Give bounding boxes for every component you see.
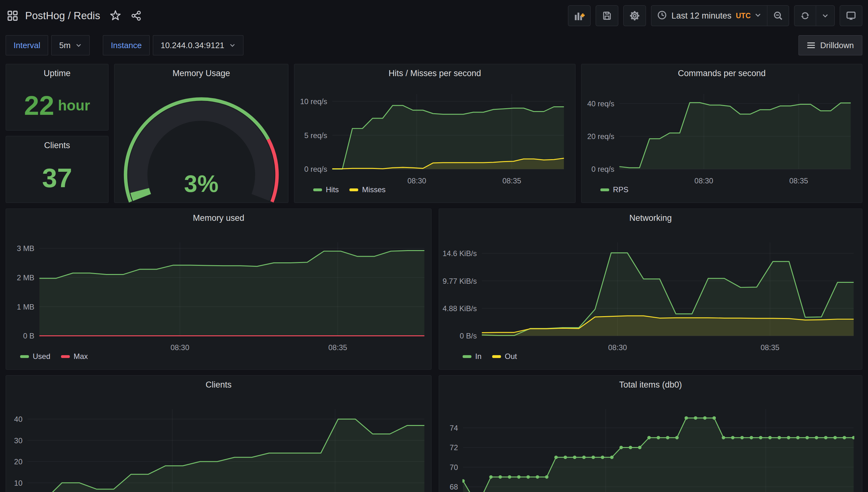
svg-text:20: 20: [14, 458, 23, 466]
svg-text:0 B: 0 B: [23, 331, 34, 340]
instance-variable-label: Instance: [103, 35, 149, 55]
refresh-interval-dropdown[interactable]: [816, 6, 834, 26]
time-range-button[interactable]: Last 12 minutes UTC: [651, 6, 767, 26]
panel-total-items: Total items (db0) 68707274: [439, 375, 862, 492]
panel-title[interactable]: Clients: [6, 141, 108, 150]
panel-title[interactable]: Total items (db0): [439, 380, 862, 390]
refresh-button[interactable]: [794, 6, 816, 26]
svg-text:40 req/s: 40 req/s: [587, 99, 614, 108]
panel-commands-per-second: Commands per second 0 req/s20 req/s40 re…: [581, 64, 862, 203]
svg-text:20 req/s: 20 req/s: [587, 132, 614, 141]
save-dashboard-button[interactable]: [596, 5, 618, 26]
dashboard-settings-button[interactable]: [623, 5, 646, 26]
svg-text:74: 74: [450, 424, 458, 432]
chart-legend: InOut: [463, 352, 517, 361]
legend-item[interactable]: Out: [492, 352, 517, 361]
panel-uptime: Uptime 22 hour: [6, 64, 108, 130]
total-items-chart[interactable]: 68707274: [439, 376, 862, 492]
memory-usage-gauge[interactable]: 3%: [114, 64, 288, 203]
svg-text:0 B/s: 0 B/s: [460, 331, 477, 340]
panel-title[interactable]: Uptime: [6, 69, 108, 78]
legend-label: In: [475, 352, 482, 361]
instance-variable-select[interactable]: 10.244.0.34:9121: [153, 35, 244, 55]
panel-title[interactable]: Hits / Misses per second: [295, 69, 575, 78]
svg-text:40: 40: [14, 415, 23, 423]
uptime-stat: 22 hour: [6, 80, 108, 130]
refresh-group: [794, 5, 835, 26]
memory-used-chart[interactable]: 0 B1 MB2 MB3 MB08:3008:35: [6, 209, 431, 369]
legend-item[interactable]: Used: [20, 352, 50, 361]
svg-text:0 req/s: 0 req/s: [592, 165, 614, 173]
clients-stat: 37: [6, 153, 108, 203]
legend-item[interactable]: Hits: [313, 185, 339, 194]
legend-marker: [313, 189, 322, 191]
time-picker-group: Last 12 minutes UTC: [651, 5, 789, 26]
chevron-down-icon: [755, 11, 761, 20]
share-icon[interactable]: [131, 10, 142, 21]
svg-text:08:30: 08:30: [171, 343, 189, 352]
legend-item[interactable]: In: [463, 352, 482, 361]
add-panel-button[interactable]: [568, 5, 591, 26]
interval-label-text: Interval: [14, 41, 40, 50]
legend-marker: [492, 355, 501, 358]
uptime-value: 22: [24, 92, 54, 119]
breadcrumb[interactable]: PostHog / Redis: [25, 10, 100, 22]
time-range-label: Last 12 minutes: [671, 11, 732, 21]
panel-clients-graph: Clients 10203040: [6, 375, 432, 492]
panel-clients-stat: Clients 37: [6, 136, 108, 203]
panel-title[interactable]: Clients: [6, 380, 431, 390]
svg-text:9.77 KiB/s: 9.77 KiB/s: [442, 277, 477, 285]
panel-hits-misses: Hits / Misses per second 0 req/s5 req/s1…: [294, 64, 576, 203]
svg-text:10: 10: [14, 479, 23, 487]
svg-text:08:35: 08:35: [503, 176, 521, 185]
legend-label: Out: [505, 352, 517, 361]
svg-text:72: 72: [450, 443, 458, 452]
favorite-star-icon[interactable]: [109, 10, 121, 22]
kiosk-mode-button[interactable]: [840, 5, 862, 26]
panel-title[interactable]: Memory Usage: [114, 69, 288, 78]
toolbar: Last 12 minutes UTC: [568, 5, 862, 26]
svg-text:0 req/s: 0 req/s: [304, 165, 327, 173]
dashboard-header: PostHog / Redis: [0, 0, 868, 31]
legend-item[interactable]: RPS: [601, 185, 628, 194]
drilldown-button[interactable]: Drilldown: [798, 35, 862, 55]
interval-variable-label: Interval: [6, 35, 48, 55]
networking-chart[interactable]: 0 B/s4.88 KiB/s9.77 KiB/s14.6 KiB/s08:30…: [439, 209, 862, 369]
legend-marker: [350, 189, 358, 191]
zoom-out-button[interactable]: [767, 6, 789, 26]
hits-misses-chart[interactable]: 0 req/s5 req/s10 req/s08:3008:35: [295, 64, 575, 203]
panel-title[interactable]: Networking: [439, 213, 862, 223]
svg-text:08:30: 08:30: [608, 343, 627, 352]
svg-text:10 req/s: 10 req/s: [300, 97, 327, 106]
svg-text:08:30: 08:30: [407, 176, 426, 185]
commands-chart[interactable]: 0 req/s20 req/s40 req/s08:3008:35: [582, 64, 862, 203]
grafana-dashboard: { "header": { "title": "PostHog / Redis"…: [0, 0, 868, 492]
clients-value: 37: [42, 164, 72, 191]
svg-text:1 MB: 1 MB: [17, 303, 34, 311]
svg-text:70: 70: [450, 463, 458, 471]
interval-variable-select[interactable]: 5m: [51, 35, 90, 55]
panel-memory-used: Memory used 0 B1 MB2 MB3 MB08:3008:35 Us…: [6, 208, 432, 370]
chevron-down-icon: [229, 42, 235, 48]
chart-legend: HitsMisses: [313, 185, 386, 194]
svg-text:08:35: 08:35: [328, 343, 347, 352]
clock-icon: [657, 10, 667, 21]
legend-label: Misses: [362, 185, 386, 194]
legend-marker: [20, 355, 29, 358]
legend-label: RPS: [613, 185, 628, 194]
legend-marker: [61, 355, 70, 358]
svg-text:08:35: 08:35: [789, 176, 808, 185]
svg-text:08:30: 08:30: [694, 176, 713, 185]
clients-chart[interactable]: 10203040: [6, 376, 431, 492]
panel-title[interactable]: Memory used: [6, 213, 431, 223]
legend-item[interactable]: Max: [61, 352, 88, 361]
legend-label: Max: [74, 352, 88, 361]
svg-text:3 MB: 3 MB: [17, 244, 34, 253]
panel-title[interactable]: Commands per second: [582, 69, 862, 78]
svg-text:5 req/s: 5 req/s: [304, 131, 327, 140]
svg-text:4.88 KiB/s: 4.88 KiB/s: [442, 304, 477, 313]
chevron-down-icon: [75, 42, 82, 48]
interval-value-text: 5m: [59, 41, 71, 50]
apps-grid-icon[interactable]: [7, 10, 18, 21]
legend-item[interactable]: Misses: [350, 185, 386, 194]
